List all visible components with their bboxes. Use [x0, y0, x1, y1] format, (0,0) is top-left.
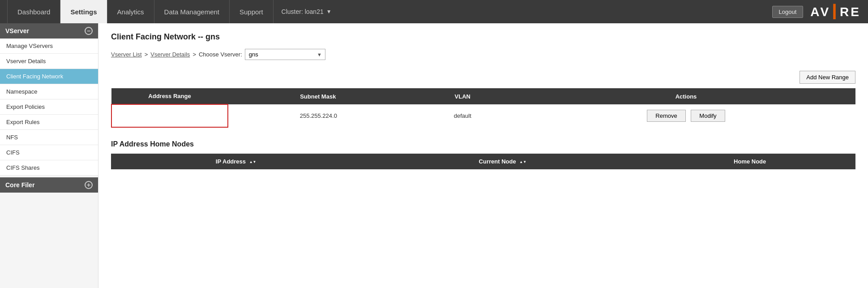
breadcrumb-vserver-details[interactable]: Vserver Details — [150, 51, 190, 58]
col-header-ip-address: IP Address ▲▼ — [111, 154, 361, 169]
subnet-mask-cell: 255.255.224.0 — [228, 104, 409, 127]
cluster-selector[interactable]: Cluster: loan21 ▼ — [282, 8, 332, 15]
ip-sort-icon[interactable]: ▲▼ — [249, 160, 257, 164]
modify-button[interactable]: Modify — [691, 110, 725, 122]
tab-settings[interactable]: Settings — [60, 0, 107, 23]
breadcrumb-vserver-list[interactable]: Vserver List — [111, 51, 142, 58]
main-layout: VServer − Manage VServers Vserver Detail… — [0, 23, 868, 288]
tab-data-management[interactable]: Data Management — [154, 0, 230, 23]
cluster-label: Cluster: loan21 — [282, 8, 324, 15]
vserver-select-wrapper: gns ▼ — [245, 49, 325, 60]
address-range-value — [112, 106, 227, 126]
ip-table-row — [111, 169, 855, 185]
avere-logo-accent: ┃ — [830, 5, 840, 19]
sidebar: VServer − Manage VServers Vserver Detail… — [0, 23, 98, 288]
top-bar: Dashboard Settings Analytics Data Manage… — [0, 0, 868, 23]
tab-dashboard[interactable]: Dashboard — [7, 0, 60, 23]
col-header-actions: Actions — [517, 88, 855, 104]
vserver-select[interactable]: gns — [245, 49, 325, 60]
content-area: Client Facing Network -- gns Vserver Lis… — [98, 23, 868, 288]
add-range-row: Add New Range — [111, 71, 855, 84]
nav-area: Dashboard Settings Analytics Data Manage… — [7, 0, 332, 23]
core-filer-expand-icon[interactable]: + — [85, 181, 93, 189]
actions-cell: Remove Modify — [517, 104, 855, 127]
address-range-cell — [111, 104, 228, 127]
current-node-cell — [361, 169, 644, 185]
col-header-subnet-mask: Subnet Mask — [228, 88, 409, 104]
choose-vserver-label: Choose Vserver: — [199, 51, 242, 58]
breadcrumb-sep2: > — [192, 51, 196, 58]
cluster-dropdown-arrow: ▼ — [326, 9, 332, 15]
sidebar-item-cifs-shares[interactable]: CIFS Shares — [0, 160, 98, 176]
logout-button[interactable]: Logout — [772, 6, 804, 18]
sidebar-item-cifs[interactable]: CIFS — [0, 145, 98, 160]
home-node-cell — [644, 169, 855, 185]
vserver-section-header[interactable]: VServer − — [0, 23, 98, 39]
sidebar-item-namespace[interactable]: Namespace — [0, 84, 98, 99]
sidebar-item-manage-vservers[interactable]: Manage VServers — [0, 39, 98, 54]
vserver-collapse-icon[interactable]: − — [85, 27, 93, 35]
tab-support[interactable]: Support — [230, 0, 274, 23]
breadcrumb-sep1: > — [145, 51, 148, 58]
sidebar-item-export-rules[interactable]: Export Rules — [0, 115, 98, 130]
ip-address-table: IP Address ▲▼ Current Node ▲▼ Home Node — [111, 154, 855, 185]
sidebar-item-vserver-details[interactable]: Vserver Details — [0, 54, 98, 69]
add-new-range-button[interactable]: Add New Range — [800, 71, 855, 84]
breadcrumb: Vserver List > Vserver Details > Choose … — [111, 49, 855, 60]
table-row: 255.255.224.0 default Remove Modify — [111, 104, 855, 127]
col-header-current-node: Current Node ▲▼ — [361, 154, 644, 169]
core-filer-section-label: Core Filer — [5, 181, 34, 189]
ip-section-title: IP Address Home Nodes — [111, 140, 855, 148]
col-header-home-node: Home Node — [644, 154, 855, 169]
col-header-address-range: Address Range — [111, 88, 228, 104]
sidebar-item-export-policies[interactable]: Export Policies — [0, 99, 98, 115]
remove-button[interactable]: Remove — [647, 110, 685, 122]
avere-logo: AV┃RE — [810, 4, 861, 19]
top-bar-right: Logout AV┃RE — [772, 4, 861, 19]
current-node-sort-icon[interactable]: ▲▼ — [519, 160, 526, 164]
core-filer-section-header[interactable]: Core Filer + — [0, 177, 98, 193]
sidebar-item-client-facing-network[interactable]: Client Facing Network — [0, 69, 98, 84]
tab-analytics[interactable]: Analytics — [107, 0, 154, 23]
vlan-cell: default — [409, 104, 517, 127]
col-header-vlan: VLAN — [409, 88, 517, 104]
sidebar-item-nfs[interactable]: NFS — [0, 130, 98, 145]
address-range-table: Address Range Subnet Mask VLAN Actions 2… — [111, 88, 855, 128]
page-title: Client Facing Network -- gns — [111, 32, 855, 42]
ip-address-cell — [111, 169, 361, 185]
vserver-section-label: VServer — [5, 27, 29, 34]
main-nav: Dashboard Settings Analytics Data Manage… — [7, 0, 274, 23]
